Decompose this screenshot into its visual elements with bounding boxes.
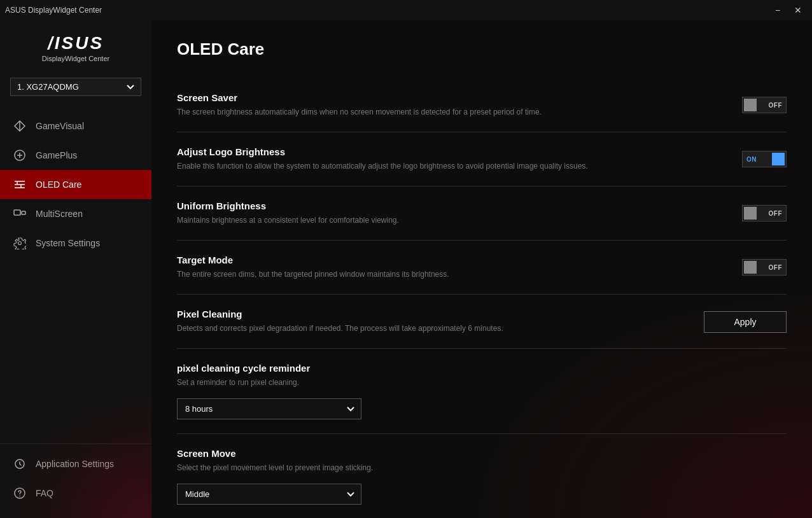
- main-content: OLED Care Screen Saver The screen bright…: [151, 20, 812, 518]
- sidebar-item-multiscreen[interactable]: MultiScreen: [0, 199, 151, 228]
- minimize-button[interactable]: −: [769, 4, 787, 17]
- setting-title-pixel-cycle: pixel cleaning cycle reminder: [177, 363, 767, 374]
- sidebar: /ISUS DisplayWidget Center 1. XG27AQDMG …: [0, 20, 151, 518]
- sidebar-item-label-gameplus: GamePlus: [36, 150, 77, 160]
- toggle-knob-uniform-brightness: [744, 207, 757, 220]
- setting-title-target-mode: Target Mode: [177, 255, 723, 265]
- setting-title-screen-saver: Screen Saver: [177, 92, 723, 103]
- setting-desc-screen-saver: The screen brightness automatically dims…: [177, 106, 723, 118]
- toggle-knob-target-mode: [744, 261, 757, 274]
- svg-rect-8: [14, 210, 20, 215]
- toggle-uniform-brightness[interactable]: OFF: [742, 205, 787, 221]
- setting-title-pixel-cleaning: Pixel Cleaning: [177, 309, 685, 319]
- gameplus-icon: [13, 148, 27, 162]
- setting-select-wrap-screen-move: Low Middle High Off: [177, 484, 361, 505]
- setting-row-adjust-logo: Adjust Logo Brightness Enable this funct…: [177, 132, 787, 186]
- app-body: /ISUS DisplayWidget Center 1. XG27AQDMG …: [0, 20, 812, 518]
- sidebar-item-faq[interactable]: FAQ: [0, 479, 151, 508]
- setting-control-screen-saver: OFF: [742, 97, 787, 113]
- toggle-label-target-mode: OFF: [769, 264, 783, 271]
- sidebar-item-label-gamevisual: GameVisual: [36, 121, 84, 131]
- setting-control-pixel-cleaning: Apply: [704, 309, 787, 333]
- toggle-label-screen-saver: OFF: [769, 102, 783, 109]
- setting-control-target-mode: OFF: [742, 259, 787, 276]
- setting-row-target-mode: Target Mode The entire screen dims, but …: [177, 241, 787, 295]
- svg-rect-9: [22, 211, 25, 214]
- setting-row-screen-saver: Screen Saver The screen brightness autom…: [177, 78, 787, 132]
- toggle-adjust-logo[interactable]: ON: [742, 151, 787, 167]
- logo-area: /ISUS DisplayWidget Center: [0, 20, 151, 73]
- sidebar-item-label-multiscreen: MultiScreen: [36, 209, 83, 219]
- pixel-cycle-select[interactable]: 4 hours 8 hours 12 hours 24 hours Off: [177, 398, 361, 419]
- asus-logo: /ISUS: [48, 33, 104, 53]
- sidebar-item-label-oledcare: OLED Care: [36, 179, 81, 190]
- systemsettings-icon: [13, 236, 27, 250]
- gamevisual-icon: [13, 119, 27, 133]
- setting-desc-target-mode: The entire screen dims, but the targeted…: [177, 269, 723, 280]
- title-bar: ASUS DisplayWidget Center − ✕: [0, 0, 812, 20]
- setting-info-screen-move: Screen Move Select the pixel movement le…: [177, 448, 787, 473]
- setting-desc-pixel-cleaning: Detects and corrects pixel degradation i…: [177, 323, 685, 334]
- setting-info-pixel-cleaning: Pixel Cleaning Detects and corrects pixe…: [177, 309, 704, 334]
- apply-button[interactable]: Apply: [704, 311, 787, 333]
- setting-info-screen-saver: Screen Saver The screen brightness autom…: [177, 92, 742, 118]
- setting-desc-pixel-cycle: Set a reminder to run pixel cleaning.: [177, 377, 767, 388]
- sidebar-bottom: Application Settings FAQ: [0, 444, 151, 518]
- sidebar-item-appsettings[interactable]: Application Settings: [0, 449, 151, 479]
- screen-move-select[interactable]: Low Middle High Off: [177, 484, 361, 505]
- toggle-target-mode[interactable]: OFF: [742, 259, 787, 276]
- setting-row-top-pixel-cycle: pixel cleaning cycle reminder Set a remi…: [177, 363, 787, 388]
- sidebar-item-label-appsettings: Application Settings: [36, 459, 114, 469]
- setting-desc-adjust-logo: Enable this function to allow the system…: [177, 160, 723, 172]
- toggle-knob-adjust-logo: [772, 153, 785, 165]
- multiscreen-icon: [13, 207, 27, 221]
- faq-icon: [13, 486, 27, 500]
- close-button[interactable]: ✕: [789, 4, 807, 17]
- setting-info-pixel-cycle: pixel cleaning cycle reminder Set a remi…: [177, 363, 787, 388]
- toggle-label-uniform-brightness: OFF: [769, 210, 783, 217]
- app-title: ASUS DisplayWidget Center: [5, 6, 102, 15]
- setting-info-adjust-logo: Adjust Logo Brightness Enable this funct…: [177, 146, 742, 172]
- sidebar-item-gamevisual[interactable]: GameVisual: [0, 111, 151, 141]
- toggle-label-adjust-logo: ON: [746, 156, 757, 163]
- sidebar-item-systemsettings[interactable]: System Settings: [0, 228, 151, 258]
- setting-control-adjust-logo: ON: [742, 151, 787, 167]
- setting-row-pixel-cycle: pixel cleaning cycle reminder Set a remi…: [177, 349, 787, 434]
- title-bar-left: ASUS DisplayWidget Center: [5, 6, 102, 15]
- sidebar-item-gameplus[interactable]: GamePlus: [0, 141, 151, 170]
- setting-row-top-screen-move: Screen Move Select the pixel movement le…: [177, 448, 787, 473]
- logo-subtitle: DisplayWidget Center: [42, 55, 109, 62]
- svg-point-13: [19, 496, 20, 497]
- setting-title-uniform-brightness: Uniform Brightness: [177, 200, 723, 211]
- toggle-screen-saver[interactable]: OFF: [742, 97, 787, 113]
- setting-select-wrap-pixel-cycle: 4 hours 8 hours 12 hours 24 hours Off: [177, 398, 361, 419]
- sidebar-item-label-faq: FAQ: [36, 488, 53, 498]
- title-bar-controls: − ✕: [769, 4, 807, 17]
- setting-desc-uniform-brightness: Maintains brightness at a consistent lev…: [177, 214, 723, 226]
- svg-point-10: [18, 242, 22, 245]
- setting-info-uniform-brightness: Uniform Brightness Maintains brightness …: [177, 200, 742, 226]
- setting-row-screen-move: Screen Move Select the pixel movement le…: [177, 434, 787, 518]
- appsettings-icon: [13, 457, 27, 471]
- sidebar-item-label-systemsettings: System Settings: [36, 238, 100, 248]
- setting-desc-screen-move: Select the pixel movement level to preve…: [177, 462, 767, 473]
- nav-items: GameVisual GamePlus: [0, 106, 151, 444]
- setting-row-uniform-brightness: Uniform Brightness Maintains brightness …: [177, 186, 787, 241]
- page-title: OLED Care: [177, 39, 787, 59]
- setting-title-adjust-logo: Adjust Logo Brightness: [177, 146, 723, 157]
- oledcare-icon: [13, 178, 27, 192]
- setting-control-uniform-brightness: OFF: [742, 205, 787, 221]
- setting-row-pixel-cleaning: Pixel Cleaning Detects and corrects pixe…: [177, 295, 787, 349]
- sidebar-item-oledcare[interactable]: OLED Care: [0, 170, 151, 199]
- setting-info-target-mode: Target Mode The entire screen dims, but …: [177, 255, 742, 280]
- toggle-knob-screen-saver: [744, 99, 757, 111]
- setting-title-screen-move: Screen Move: [177, 448, 767, 459]
- monitor-select[interactable]: 1. XG27AQDMG: [10, 78, 141, 96]
- monitor-select-wrap: 1. XG27AQDMG: [0, 73, 151, 106]
